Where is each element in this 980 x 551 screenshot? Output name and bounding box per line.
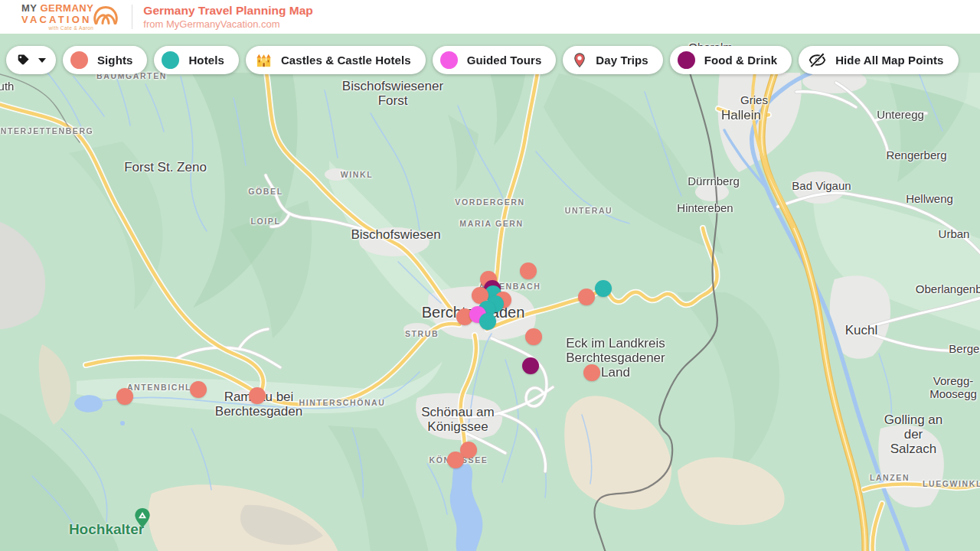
map-marker-hotel[interactable] (595, 280, 612, 297)
filter-castles[interactable]: Castles & Castle Hotels (246, 46, 426, 74)
brand-logo: MY GERMANY VACATION with Cate & Aaron (21, 3, 119, 31)
brand-vacation: VACATION (21, 15, 93, 24)
hotels-dot-icon (162, 51, 179, 69)
map-marker-sight[interactable] (578, 289, 595, 305)
map-marker-sight[interactable] (116, 388, 133, 405)
peak-pin-icon[interactable] (134, 507, 151, 532)
filter-label: Guided Tours (467, 54, 542, 67)
filter-sights[interactable]: Sights (63, 46, 147, 74)
map-marker-sight[interactable] (447, 452, 464, 468)
guided-tours-dot-icon (440, 51, 458, 69)
filter-label: Food & Drink (704, 54, 777, 67)
map-marker-food[interactable] (522, 357, 539, 374)
map-marker-sight[interactable] (520, 262, 537, 279)
page-subtitle: from MyGermanyVacation.com (143, 18, 312, 31)
header: MY GERMANY VACATION with Cate & Aaron Ge… (0, 0, 980, 34)
chevron-down-icon (38, 58, 46, 63)
castle-icon (255, 51, 273, 69)
brand-my: MY (21, 2, 37, 14)
brand-tagline: with Cate & Aaron (21, 26, 93, 31)
brand-germany: GERMANY (40, 2, 93, 14)
map-canvas[interactable]: BAUMGARTENUNTERJETTENBERGWINKLGÖBELLOIPL… (0, 0, 980, 551)
map-marker-hotel[interactable] (479, 313, 496, 330)
map-marker-sight[interactable] (249, 387, 266, 404)
filter-bar: SightsHotelsCastles & Castle HotelsGuide… (6, 46, 959, 74)
filter-label: Hide All Map Points (835, 54, 943, 67)
filter-label: Castles & Castle Hotels (281, 54, 411, 67)
page-title: Germany Travel Planning Map (143, 3, 312, 18)
food-drink-dot-icon (678, 51, 695, 69)
map-marker-sight[interactable] (190, 381, 207, 398)
map-marker-sight[interactable] (525, 328, 542, 345)
pretzel-icon (92, 4, 119, 28)
sights-dot-icon (70, 51, 88, 69)
filter-guided-tours[interactable]: Guided Tours (433, 46, 557, 74)
map-marker-sight[interactable] (583, 364, 600, 381)
header-divider (132, 5, 132, 29)
filter-day-trips[interactable]: Day Trips (563, 46, 662, 74)
filter-label: Hotels (188, 54, 224, 67)
brand-line1: MY GERMANY (21, 3, 93, 13)
filter-label: Day Trips (596, 54, 648, 67)
pin-icon (572, 51, 587, 70)
tag-icon (16, 53, 31, 67)
filter-hotels[interactable]: Hotels (154, 46, 238, 74)
eye-off-icon (808, 51, 827, 69)
filter-food-drink[interactable]: Food & Drink (670, 46, 792, 74)
filter-label: Sights (97, 54, 132, 67)
filter-hide-all[interactable]: Hide All Map Points (799, 46, 958, 74)
filter-tag-menu[interactable] (6, 46, 56, 74)
